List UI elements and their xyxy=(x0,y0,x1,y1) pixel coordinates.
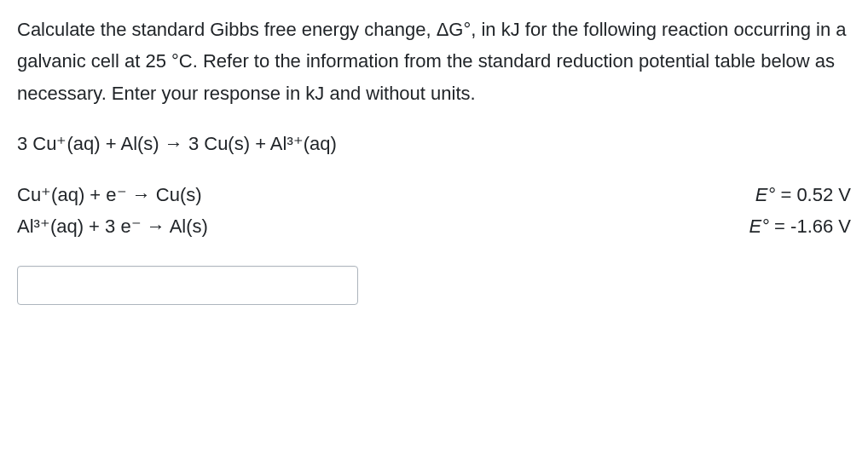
potential-symbol: E° xyxy=(749,216,769,237)
potential-value: = -1.66 V xyxy=(774,216,851,237)
half-reaction-potential: E° = 0.52 V xyxy=(755,179,851,210)
half-reaction-equation: Cu⁺(aq) + e⁻ → Cu(s) xyxy=(17,179,202,210)
half-reaction-table: Cu⁺(aq) + e⁻ → Cu(s) E° = 0.52 V Al³⁺(aq… xyxy=(17,179,851,243)
potential-value: = 0.52 V xyxy=(780,184,851,205)
half-reaction-potential: E° = -1.66 V xyxy=(749,210,852,242)
potential-symbol: E° xyxy=(755,184,775,205)
half-reaction-row: Cu⁺(aq) + e⁻ → Cu(s) E° = 0.52 V xyxy=(17,179,851,210)
half-reaction-equation: Al³⁺(aq) + 3 e⁻ → Al(s) xyxy=(17,210,208,242)
answer-input[interactable] xyxy=(17,266,358,305)
overall-reaction: 3 Cu⁺(aq) + Al(s) → 3 Cu(s) + Al³⁺(aq) xyxy=(17,128,851,159)
half-reaction-row: Al³⁺(aq) + 3 e⁻ → Al(s) E° = -1.66 V xyxy=(17,210,851,242)
question-prompt: Calculate the standard Gibbs free energy… xyxy=(17,14,851,109)
